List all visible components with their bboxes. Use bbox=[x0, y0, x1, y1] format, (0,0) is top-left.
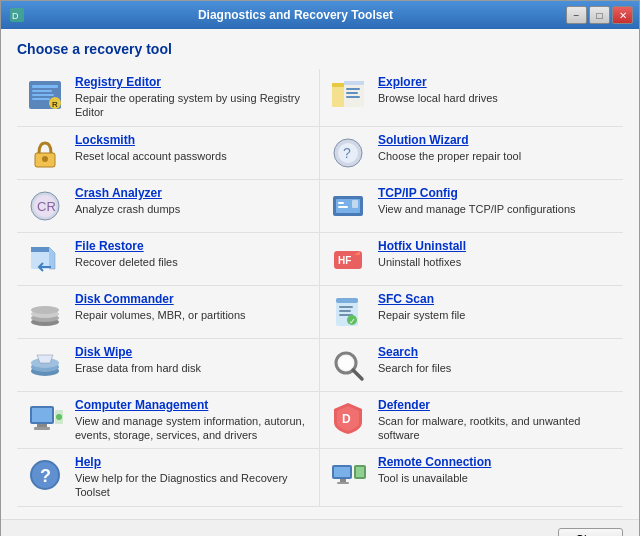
svg-text:HF: HF bbox=[338, 255, 351, 266]
svg-rect-5 bbox=[32, 94, 54, 96]
svg-rect-66 bbox=[356, 467, 364, 477]
registry-editor-icon: R bbox=[25, 75, 65, 115]
tool-item-file-restore: File Restore Recover deleted files bbox=[17, 233, 320, 286]
titlebar: D Diagnostics and Recovery Toolset − □ ✕ bbox=[1, 1, 639, 29]
help-desc: View help for the Diagnostics and Recove… bbox=[75, 472, 288, 498]
computer-management-icon bbox=[25, 398, 65, 438]
tool-item-sfc-scan: ✓ SFC Scan Repair system file bbox=[320, 286, 623, 339]
disk-wipe-text: Disk Wipe Erase data from hard disk bbox=[75, 345, 311, 375]
disk-commander-link[interactable]: Disk Commander bbox=[75, 292, 311, 306]
defender-link[interactable]: Defender bbox=[378, 398, 615, 412]
remote-connection-link[interactable]: Remote Connection bbox=[378, 455, 615, 469]
svg-rect-52 bbox=[32, 408, 52, 422]
titlebar-left: D bbox=[9, 7, 25, 23]
svg-point-18 bbox=[42, 156, 48, 162]
restore-button[interactable]: □ bbox=[589, 6, 610, 24]
svg-rect-62 bbox=[334, 467, 350, 477]
computer-management-link[interactable]: Computer Management bbox=[75, 398, 311, 412]
sfc-scan-link[interactable]: SFC Scan bbox=[378, 292, 615, 306]
tcpip-config-text: TCP/IP Config View and manage TCP/IP con… bbox=[378, 186, 615, 216]
tool-item-disk-wipe: Disk Wipe Erase data from hard disk bbox=[17, 339, 320, 392]
help-link[interactable]: Help bbox=[75, 455, 311, 469]
file-restore-icon bbox=[25, 239, 65, 279]
explorer-icon bbox=[328, 75, 368, 115]
close-button[interactable]: Close bbox=[558, 528, 623, 536]
svg-text:CR: CR bbox=[37, 199, 56, 214]
remote-connection-desc: Tool is unavailable bbox=[378, 472, 468, 484]
defender-icon: D bbox=[328, 398, 368, 438]
tool-item-crash-analyzer: CR Crash Analyzer Analyze crash dumps bbox=[17, 180, 320, 233]
svg-text:?: ? bbox=[343, 145, 351, 161]
computer-management-desc: View and manage system information, auto… bbox=[75, 415, 305, 441]
tool-item-locksmith: Locksmith Reset local account passwords bbox=[17, 127, 320, 180]
explorer-link[interactable]: Explorer bbox=[378, 75, 615, 89]
help-icon: ? bbox=[25, 455, 65, 495]
svg-rect-29 bbox=[352, 200, 358, 208]
tool-item-registry-editor: R Registry Editor Repair the operating s… bbox=[17, 69, 320, 127]
footer: Close bbox=[1, 519, 639, 536]
disk-wipe-icon bbox=[25, 345, 65, 385]
search-desc: Search for files bbox=[378, 362, 451, 374]
computer-management-text: Computer Management View and manage syst… bbox=[75, 398, 311, 443]
defender-desc: Scan for malware, rootkits, and unwanted… bbox=[378, 415, 580, 441]
svg-rect-14 bbox=[346, 92, 358, 94]
svg-rect-6 bbox=[32, 98, 50, 100]
svg-point-37 bbox=[31, 306, 59, 314]
svg-line-50 bbox=[353, 370, 362, 379]
crash-analyzer-link[interactable]: Crash Analyzer bbox=[75, 186, 311, 200]
remote-connection-text: Remote Connection Tool is unavailable bbox=[378, 455, 615, 485]
svg-rect-12 bbox=[344, 81, 364, 85]
svg-rect-41 bbox=[339, 310, 351, 312]
hotfix-uninstall-link[interactable]: Hotfix Uninstall bbox=[378, 239, 615, 253]
tcpip-config-icon bbox=[328, 186, 368, 226]
tcpip-config-desc: View and manage TCP/IP configurations bbox=[378, 203, 576, 215]
close-window-button[interactable]: ✕ bbox=[612, 6, 633, 24]
tool-item-help: ? Help View help for the Diagnostics and… bbox=[17, 449, 320, 507]
sfc-scan-desc: Repair system file bbox=[378, 309, 465, 321]
registry-editor-desc: Repair the operating system by using Reg… bbox=[75, 92, 300, 118]
disk-commander-icon bbox=[25, 292, 65, 332]
svg-rect-40 bbox=[339, 306, 353, 308]
locksmith-link[interactable]: Locksmith bbox=[75, 133, 311, 147]
svg-point-49 bbox=[339, 356, 353, 370]
svg-rect-39 bbox=[336, 298, 358, 303]
main-window: D Diagnostics and Recovery Toolset − □ ✕… bbox=[0, 0, 640, 536]
svg-rect-15 bbox=[346, 96, 360, 98]
tool-item-search: Search Search for files bbox=[320, 339, 623, 392]
solution-wizard-link[interactable]: Solution Wizard bbox=[378, 133, 615, 147]
hotfix-uninstall-desc: Uninstall hotfixes bbox=[378, 256, 461, 268]
tool-item-remote-connection: Remote Connection Tool is unavailable bbox=[320, 449, 623, 507]
disk-commander-desc: Repair volumes, MBR, or partitions bbox=[75, 309, 246, 321]
page-heading: Choose a recovery tool bbox=[17, 41, 623, 57]
svg-rect-54 bbox=[34, 427, 50, 430]
svg-rect-27 bbox=[338, 202, 344, 204]
window-icon: D bbox=[9, 7, 25, 23]
svg-text:D: D bbox=[342, 412, 351, 426]
minimize-button[interactable]: − bbox=[566, 6, 587, 24]
file-restore-desc: Recover deleted files bbox=[75, 256, 178, 268]
tools-grid: R Registry Editor Repair the operating s… bbox=[17, 69, 623, 507]
explorer-text: Explorer Browse local hard drives bbox=[378, 75, 615, 105]
disk-wipe-link[interactable]: Disk Wipe bbox=[75, 345, 311, 359]
hotfix-uninstall-icon: HF bbox=[328, 239, 368, 279]
tcpip-config-link[interactable]: TCP/IP Config bbox=[378, 186, 615, 200]
tool-item-hotfix-uninstall: HF Hotfix Uninstall Uninstall hotfixes bbox=[320, 233, 623, 286]
search-icon bbox=[328, 345, 368, 385]
sfc-scan-icon: ✓ bbox=[328, 292, 368, 332]
svg-text:R: R bbox=[52, 100, 58, 109]
file-restore-link[interactable]: File Restore bbox=[75, 239, 311, 253]
svg-rect-3 bbox=[32, 85, 58, 88]
registry-editor-link[interactable]: Registry Editor bbox=[75, 75, 311, 89]
defender-text: Defender Scan for malware, rootkits, and… bbox=[378, 398, 615, 443]
solution-wizard-icon: ? bbox=[328, 133, 368, 173]
svg-point-56 bbox=[56, 414, 62, 420]
locksmith-desc: Reset local account passwords bbox=[75, 150, 227, 162]
locksmith-text: Locksmith Reset local account passwords bbox=[75, 133, 311, 163]
tool-item-explorer: Explorer Browse local hard drives bbox=[320, 69, 623, 127]
solution-wizard-desc: Choose the proper repair tool bbox=[378, 150, 521, 162]
explorer-desc: Browse local hard drives bbox=[378, 92, 498, 104]
search-link[interactable]: Search bbox=[378, 345, 615, 359]
tool-item-solution-wizard: ? Solution Wizard Choose the proper repa… bbox=[320, 127, 623, 180]
sfc-scan-text: SFC Scan Repair system file bbox=[378, 292, 615, 322]
svg-rect-28 bbox=[338, 206, 348, 208]
